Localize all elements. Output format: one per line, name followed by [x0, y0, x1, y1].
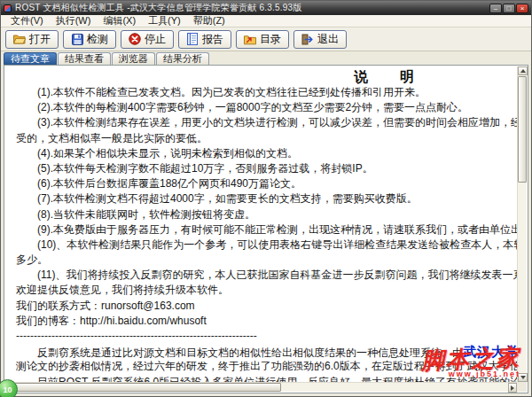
notice-line: 我们的博客：http://hi.baidu.com/whusoft [16, 314, 517, 329]
toolbar-button-5[interactable]: 退出 [293, 30, 347, 49]
outro-line-3: 目前ROST 反剽窃系统6.0版已经投入多家单位进行使用，反应良好。最大程度地杜… [16, 375, 517, 382]
separator-line: ----------------------------------------… [16, 329, 517, 344]
scroll-down-button[interactable] [518, 373, 528, 382]
notice-line: (11)、我们将持续投入反剽窃的研究，本人已获批国家自科基金进一步反剽窃问题，我… [16, 268, 517, 283]
notice-line: (4).如果某个相似块未显示，说明未检索到相似的文档。 [16, 146, 517, 161]
toolbar-button-label: 停止 [145, 32, 166, 47]
horizontal-scroll-thumb[interactable] [15, 383, 281, 392]
arrow-right-icon [511, 385, 514, 391]
report-doc-icon [186, 33, 199, 45]
outro-pre: 反剽窃系统是通过比对源文档和目标文档的相似性给出相似度结果的一种信息处理系统。由 [37, 346, 463, 359]
notice-line: (10)、本软件检测结果只能作为一个参考，可以使用表格右键导出详细检查结果发送给… [16, 237, 517, 253]
menu-item-0[interactable]: 文件(V) [4, 14, 50, 27]
menu-item-2[interactable]: 编辑(X) [97, 14, 142, 27]
arrow-up-icon [520, 69, 526, 73]
app-logo-icon [4, 4, 12, 12]
menu-item-4[interactable]: 帮助(Z) [187, 14, 231, 27]
tab-0[interactable]: 待查文章 [4, 52, 57, 65]
directory-folder-icon [244, 33, 256, 45]
toolbar-button-label: 检测 [87, 32, 108, 47]
exit-icon [301, 33, 314, 45]
scroll-up-button[interactable] [518, 66, 528, 75]
arrow-down-icon [520, 376, 526, 379]
close-button[interactable]: × [516, 4, 528, 13]
notice-line: (9).本免费版由于服务器压力，有时候可能不能正常检测，出现这种情况，请速联系我… [16, 222, 517, 237]
vertical-scroll-thumb[interactable] [518, 76, 527, 183]
vertical-scrollbar[interactable] [517, 66, 527, 382]
notice-lines: (1).本软件不能检查已发表文档。因为已发表的文档往往已经到处传播和引用开来。(… [16, 85, 517, 329]
toolbar-button-label: 打开 [29, 32, 51, 47]
notice-line: 受的，文档相似率一般是比实际的要低。 [16, 131, 517, 146]
open-folder-icon [13, 33, 26, 45]
title-bar: ROST 文档相似性检测工具 -武汉大学信息管理学院荣誉贡献 6.3.5.93版… [1, 1, 531, 15]
scroll-right-button[interactable] [508, 383, 517, 393]
toolbar-button-1[interactable]: 检测 [63, 30, 116, 49]
tab-3[interactable]: 结果分析 [156, 52, 209, 65]
notice-heading: 说 明 [16, 68, 517, 85]
horizontal-scrollbar[interactable] [5, 382, 517, 392]
notice-text-area: 说 明 (1).本软件不能检查已发表文档。因为已发表的文档往往已经到处传播和引用… [5, 66, 517, 382]
notice-line: (3).本软件检测结果存在误差，用更小的文档块进行检测，可以减少误差，但需要的时… [16, 115, 517, 130]
toolbar-button-label: 报告 [202, 32, 223, 47]
toolbar-button-3[interactable]: 报告 [178, 30, 231, 49]
notice-line: (5).本软件每天检测字数不能超过10万字，否则服务器过载，将封锁IP。 [16, 161, 517, 176]
menu-bar: 文件(V)执行(W)编辑(X)工具(Y)帮助(Z) [1, 15, 531, 27]
toolbar-button-4[interactable]: 目录 [236, 30, 289, 49]
toolbar-button-label: 目录 [260, 32, 281, 47]
notice-line: (6).本软件后台数据库覆盖188亿个网页和490万篇论文。 [16, 176, 517, 191]
notice-panel: 说 明 (1).本软件不能检查已发表文档。因为已发表的文档往往已经到处传播和引用… [4, 65, 528, 393]
notice-line: (2).本软件的每检测400字需要6秒钟，一篇8000字的文档至少需要2分钟，需… [16, 100, 517, 115]
menu-item-1[interactable]: 执行(W) [50, 14, 98, 27]
scrollbar-corner [517, 382, 527, 392]
app-window: ROST 文档相似性检测工具 -武汉大学信息管理学院荣誉贡献 6.3.5.93版… [0, 0, 532, 397]
page-number-badge: 10 [0, 379, 18, 397]
menu-item-3[interactable]: 工具(Y) [142, 14, 187, 27]
minimize-button[interactable]: – [489, 4, 502, 13]
stop-icon [129, 33, 141, 45]
toolbar-button-0[interactable]: 打开 [5, 30, 59, 49]
tab-2[interactable]: 浏览器 [112, 52, 155, 65]
tab-1[interactable]: 结果查看 [58, 52, 111, 65]
notice-line: (7).本软件检测文档不得超过4000字，如需要更长的文档支持，需要购买收费版。 [16, 191, 517, 206]
toolbar: 打开检测停止报告目录退出 [1, 27, 531, 51]
window-controls: – □ × [489, 4, 528, 13]
notice-line: 我们的联系方式：runorsoft@163.com [16, 299, 517, 314]
notice-line: (8).当软件未能联网时，软件检测按钮将变虚。 [16, 207, 517, 222]
window-title: ROST 文档相似性检测工具 -武汉大学信息管理学院荣誉贡献 6.3.5.93版 [15, 2, 489, 14]
toolbar-button-label: 退出 [317, 32, 339, 47]
maximize-button[interactable]: □ [503, 4, 515, 13]
outro-line-2: 测论文的抄袭相似情况，经过六年的研发，终于推出了功能强劲的6.0版本，在定版过程… [16, 359, 517, 374]
toolbar-button-2[interactable]: 停止 [121, 30, 174, 49]
detect-disk-icon [71, 33, 83, 45]
notice-line: 多少。 [16, 253, 517, 268]
outro-line-1: 反剽窃系统是通过比对源文档和目标文档的相似性给出相似度结果的一种信息处理系统。由… [16, 344, 517, 359]
notice-line: (1).本软件不能检查已发表文档。因为已发表的文档往往已经到处传播和引用开来。 [16, 85, 517, 100]
notice-line: 欢迎提供反馈意见，我们将持续升级本软件。 [16, 283, 517, 298]
tab-bar: 待查文章结果查看浏览器结果分析 [4, 51, 528, 65]
university-link[interactable]: 武汉大学信息管理学院 [463, 344, 517, 359]
